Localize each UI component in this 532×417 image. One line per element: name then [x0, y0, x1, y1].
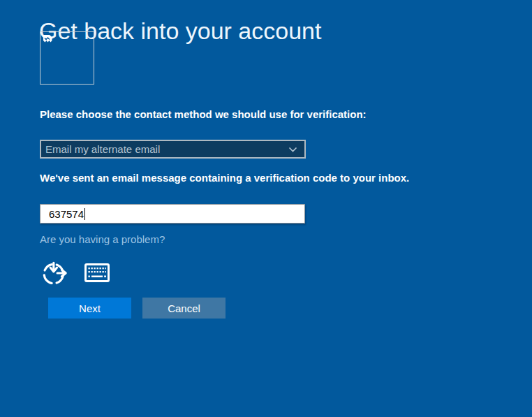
contact-method-select[interactable]: Email my alternate email: [40, 140, 306, 159]
password-reset-screen: Get back into your account Please choose…: [0, 0, 532, 417]
on-screen-keyboard-icon: [84, 274, 110, 284]
contact-method-selected-value: Email my alternate email: [45, 143, 160, 155]
text-cursor: [84, 208, 85, 220]
ease-of-access-button[interactable]: [42, 259, 70, 287]
on-screen-keyboard-button[interactable]: [84, 263, 110, 282]
verification-code-value: 637574: [49, 208, 84, 220]
chevron-down-icon: [288, 143, 297, 156]
contact-method-label: Please choose the contact method we shou…: [40, 108, 367, 120]
ease-of-access-icon: [42, 279, 70, 289]
verification-code-input[interactable]: 637574: [40, 204, 305, 224]
next-button[interactable]: Next: [48, 298, 131, 319]
captcha-image-placeholder: [40, 31, 94, 85]
code-sent-message: We've sent an email message containing a…: [40, 172, 409, 184]
broken-image-icon: [43, 34, 53, 47]
cancel-button[interactable]: Cancel: [142, 298, 226, 319]
having-a-problem-link[interactable]: Are you having a problem?: [40, 233, 165, 245]
